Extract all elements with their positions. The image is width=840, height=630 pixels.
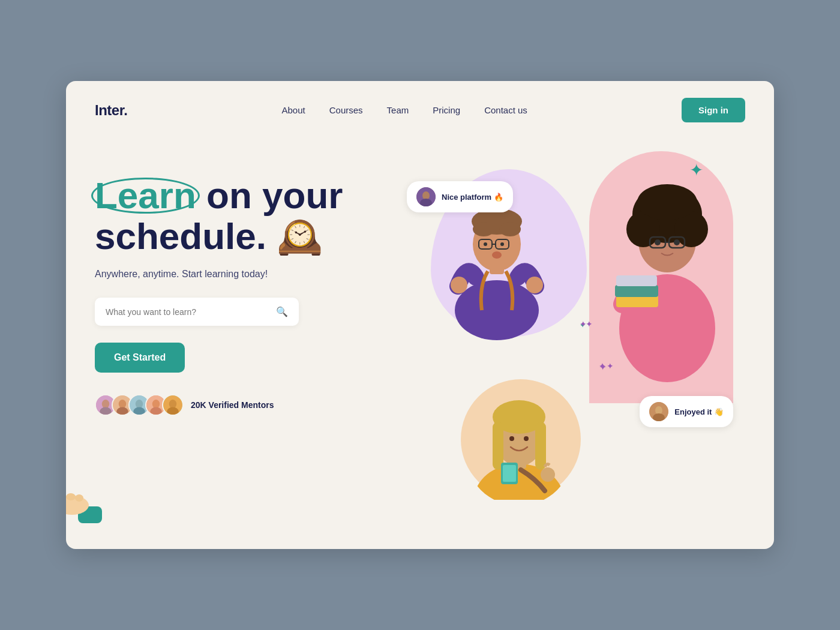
chat-bubble-1: Nice platform 🔥 [407, 181, 513, 212]
navbar: Inter. About Courses Team Pricing Contac… [66, 81, 774, 139]
search-bar: 🔍 [95, 298, 299, 326]
chat-bubble-2: Enjoyed it 👋 [640, 396, 733, 427]
hero-right: ✦ [395, 151, 745, 511]
svg-point-4 [119, 400, 126, 408]
svg-point-52 [524, 436, 529, 441]
crown-decoration: ✦ [689, 160, 703, 180]
svg-point-13 [169, 400, 176, 408]
svg-rect-43 [616, 275, 657, 286]
mentor-avatars [95, 394, 184, 416]
svg-point-15 [455, 280, 539, 340]
nav-pricing[interactable]: Pricing [433, 105, 460, 115]
svg-point-40 [674, 239, 680, 245]
brand-logo: Inter. [95, 102, 127, 119]
svg-point-20 [499, 222, 521, 236]
chat-bubble-1-text: Nice platform 🔥 [442, 193, 503, 202]
hand-pointer-icon [66, 488, 102, 531]
svg-point-7 [136, 400, 143, 408]
chat-bubble-2-text: Enjoyed it 👋 [674, 407, 724, 416]
svg-point-5 [116, 407, 128, 416]
svg-point-10 [152, 400, 160, 408]
svg-point-11 [150, 407, 162, 416]
student-3-figure [464, 374, 575, 502]
svg-point-27 [451, 277, 467, 293]
student-2-figure [598, 142, 736, 385]
svg-point-19 [473, 222, 494, 236]
mentors-label: 20K Verified Mentors [191, 400, 274, 410]
svg-rect-55 [503, 465, 516, 482]
mentors-row: 20K Verified Mentors [95, 394, 395, 416]
nav-links: About Courses Team Pricing Contact us [282, 105, 527, 116]
svg-point-25 [500, 242, 504, 246]
svg-point-60 [655, 406, 662, 415]
svg-rect-49 [493, 422, 503, 470]
nav-about[interactable]: About [282, 105, 305, 115]
svg-point-24 [484, 242, 487, 246]
page-container: Inter. About Courses Team Pricing Contac… [66, 81, 774, 549]
hero-heading: Learn on yourschedule. 🕰️ [95, 175, 395, 257]
svg-point-28 [526, 277, 543, 293]
svg-point-53 [541, 467, 555, 482]
svg-rect-50 [535, 422, 546, 470]
sparkle-decoration-1: ✦ [599, 361, 608, 371]
svg-point-8 [133, 407, 145, 416]
sparkle-decoration-2: ✦ [580, 319, 589, 329]
nav-courses[interactable]: Courses [329, 105, 363, 115]
svg-point-51 [509, 436, 514, 441]
hero-left: Learn on yourschedule. 🕰️ Anywhere, anyt… [95, 151, 395, 511]
svg-point-1 [102, 400, 109, 408]
svg-point-26 [492, 251, 502, 259]
svg-point-2 [100, 407, 112, 416]
svg-point-35 [637, 184, 697, 220]
svg-point-65 [66, 493, 76, 500]
svg-point-39 [655, 239, 661, 245]
chat-avatar-1 [416, 187, 436, 206]
svg-point-66 [75, 494, 83, 502]
signin-button[interactable]: Sign in [682, 98, 745, 122]
chat-avatar-2 [649, 402, 668, 421]
hero-subtitle: Anywhere, anytime. Start learning today! [95, 269, 395, 280]
get-started-button[interactable]: Get Started [95, 343, 185, 373]
hero-heading-highlight: Learn [95, 175, 196, 216]
search-icon: 🔍 [276, 306, 288, 317]
hero-section: Learn on yourschedule. 🕰️ Anywhere, anyt… [66, 139, 774, 511]
nav-contact[interactable]: Contact us [484, 105, 527, 115]
svg-point-57 [422, 191, 430, 200]
svg-rect-42 [615, 285, 658, 297]
nav-team[interactable]: Team [387, 105, 409, 115]
svg-point-14 [167, 407, 179, 416]
search-input[interactable] [106, 307, 276, 317]
mentor-avatar-5 [162, 394, 184, 416]
